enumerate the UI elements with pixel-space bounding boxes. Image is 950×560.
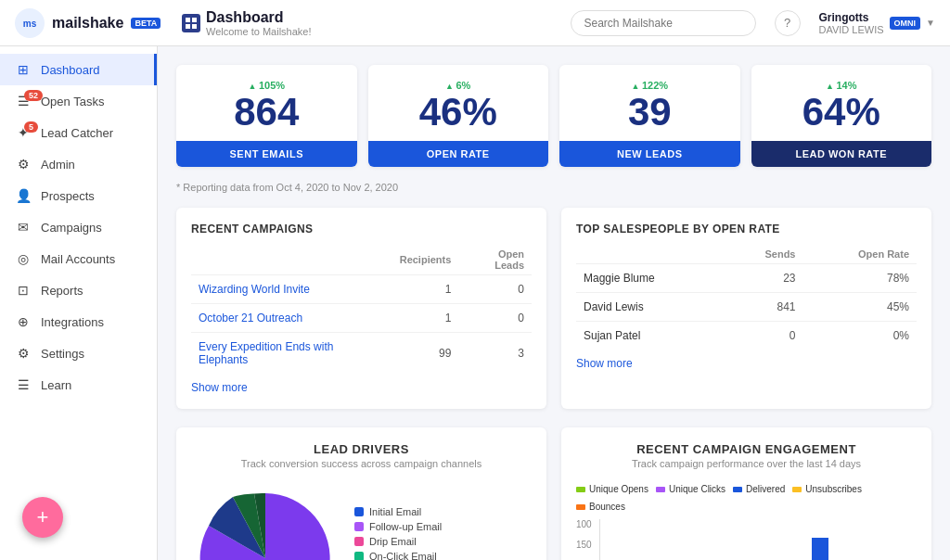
pie-chart-area: Initial EmailFollow-up EmailDrip EmailOn… [191, 484, 532, 560]
omni-badge: OMNI [890, 17, 921, 30]
chart-legend-item: Unique Opens [576, 484, 648, 494]
mail-accounts-icon: ◎ [15, 251, 32, 266]
search-input[interactable] [571, 10, 756, 36]
campaigns-show-more[interactable]: Show more [191, 381, 248, 394]
chart-legend-item: Delivered [733, 484, 785, 494]
top-salespeople-title: TOP SALESPEOPLE BY OPEN RATE [576, 223, 917, 235]
lead-drivers-subtitle: Track conversion success across campaign… [191, 458, 532, 469]
campaign-link[interactable]: Wizarding World Invite [199, 283, 310, 296]
open-rate-cell: 78% [802, 264, 917, 293]
engagement-subtitle: Track campaign performance over the last… [576, 458, 917, 469]
salesperson-name: Maggie Blume [576, 264, 725, 293]
sidebar-item-lead-catcher[interactable]: ✦ Lead Catcher 5 [0, 117, 157, 148]
dashboard-icon: ⊞ [15, 62, 32, 77]
sidebar-item-integrations[interactable]: ⊕ Integrations [0, 306, 157, 337]
salespeople-show-more[interactable]: Show more [576, 357, 633, 370]
chart-legend: Unique OpensUnique ClicksDeliveredUnsubs… [576, 484, 917, 512]
sidebar-item-campaigns[interactable]: ✉ Campaigns [0, 211, 157, 243]
user-info: Gringotts DAVID LEWIS [819, 11, 884, 35]
lead-won-rate-label: LEAD WON RATE [751, 141, 932, 167]
legend-label: Initial Email [369, 506, 421, 517]
sent-emails-value: 864 [191, 91, 342, 134]
y-axis-label: 150 [576, 540, 592, 550]
stat-card-sent-emails: 105% 864 SENT EMAILS [176, 65, 357, 167]
sent-emails-label: SENT EMAILS [176, 141, 357, 167]
lead-drivers-panel: LEAD DRIVERS Track conversion success ac… [176, 427, 546, 560]
bar-column [854, 518, 909, 560]
salesperson-name: Sujan Patel [576, 322, 725, 350]
open-leads-cell: 3 [458, 333, 532, 375]
logo-text: mailshake [52, 15, 123, 32]
sidebar-label-campaigns: Campaigns [41, 221, 102, 235]
svg-text:ms: ms [23, 19, 37, 29]
sidebar-item-reports[interactable]: ⊡ Reports [0, 274, 157, 306]
chart-legend-label: Unique Clicks [669, 484, 725, 494]
y-axis-label: 100 [576, 519, 592, 529]
sidebar-item-dashboard[interactable]: ⊞ Dashboard [0, 54, 157, 85]
top-salespeople-panel: TOP SALESPEOPLE BY OPEN RATE Sends Open … [561, 208, 931, 409]
table-row: Maggie Blume 23 78% [576, 264, 917, 293]
sidebar-item-learn[interactable]: ☰ Learn [0, 369, 157, 401]
beta-badge: BETA [131, 18, 160, 29]
stat-card-lead-won-rate: 14% 64% LEAD WON RATE [751, 65, 932, 167]
salesperson-name: David Lewis [576, 293, 725, 322]
sidebar-item-settings[interactable]: ⚙ Settings [0, 337, 157, 369]
bar-column [608, 518, 662, 560]
logo-area: ms mailshake BETA [15, 8, 163, 38]
user-area[interactable]: Gringotts DAVID LEWIS OMNI ▼ [819, 11, 936, 35]
fab-add-button[interactable]: + [22, 497, 63, 538]
campaign-link[interactable]: Every Expedition Ends with Elephants [199, 340, 333, 366]
stat-card-open-rate: 6% 46% OPEN RATE [368, 65, 549, 167]
user-org: Gringotts [819, 11, 884, 24]
open-rate-label: OPEN RATE [368, 141, 549, 167]
chevron-down-icon: ▼ [926, 18, 935, 28]
sidebar-label-dashboard: Dashboard [41, 63, 100, 77]
sidebar-item-admin[interactable]: ⚙ Admin [0, 148, 157, 180]
stat-cards: 105% 864 SENT EMAILS 6% 46% OPEN RATE 12… [176, 65, 931, 167]
sends-cell: 23 [725, 264, 803, 293]
open-leads-cell: 0 [458, 304, 532, 333]
campaign-link[interactable]: October 21 Outreach [199, 312, 302, 325]
col-sends: Sends [725, 245, 803, 264]
table-row: October 21 Outreach 1 0 [191, 304, 532, 333]
stat-card-new-leads: 122% 39 NEW LEADS [559, 65, 740, 167]
pie-chart [191, 484, 340, 560]
chart-wrapper: 350300250200150100 [576, 519, 917, 560]
sidebar-label-lead-catcher: Lead Catcher [41, 126, 113, 140]
table-row: David Lewis 841 45% [576, 293, 917, 322]
recent-campaigns-table: Recipients Open Leads Wizarding World In… [191, 245, 532, 374]
new-leads-value: 39 [574, 91, 725, 134]
recipients-cell: 1 [392, 275, 459, 304]
chart-legend-dot [733, 487, 742, 492]
integrations-icon: ⊕ [15, 314, 32, 329]
dashboard-nav-icon [182, 14, 200, 32]
sidebar-item-open-tasks[interactable]: ☰ Open Tasks 52 [0, 85, 157, 117]
sidebar: ⊞ Dashboard ☰ Open Tasks 52 ✦ Lead Catch… [0, 46, 158, 560]
learn-icon: ☰ [15, 377, 32, 392]
legend-label: Drip Email [369, 536, 417, 547]
chart-legend-dot [792, 487, 802, 492]
delivered-bar [812, 538, 828, 560]
bar-column [669, 518, 724, 560]
engagement-panel: RECENT CAMPAIGN ENGAGEMENT Track campaig… [561, 427, 931, 560]
col-campaign-name [191, 245, 392, 275]
reporting-note: * Reporting data from Oct 4, 2020 to Nov… [176, 182, 931, 193]
chart-legend-dot [656, 487, 665, 492]
col-salesperson-name [576, 245, 725, 264]
engagement-title: RECENT CAMPAIGN ENGAGEMENT [576, 442, 917, 456]
sidebar-item-prospects[interactable]: 👤 Prospects [0, 180, 157, 211]
chart-legend-item: Unique Clicks [656, 484, 725, 494]
chart-legend-dot [576, 504, 585, 510]
help-button[interactable]: ? [775, 10, 801, 36]
chart-legend-label: Unique Opens [589, 484, 648, 494]
chart-legend-label: Delivered [746, 484, 785, 494]
legend-item: On-Click Email [354, 551, 460, 560]
recipients-cell: 1 [392, 304, 459, 333]
legend-item: Initial Email [354, 506, 460, 517]
open-rate-cell: 45% [802, 293, 917, 322]
sidebar-item-mail-accounts[interactable]: ◎ Mail Accounts [0, 243, 157, 274]
legend-label: Follow-up Email [369, 521, 442, 532]
chart-legend-item: Unsubscribes [792, 484, 862, 494]
sidebar-label-integrations: Integrations [41, 315, 104, 329]
y-axis: 350300250200150100 [576, 519, 592, 560]
